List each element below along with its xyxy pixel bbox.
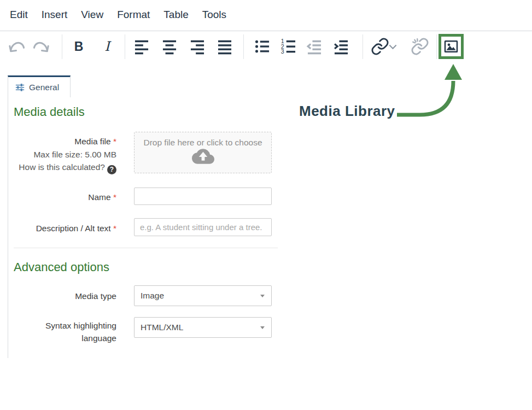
name-label: Name * <box>8 191 116 204</box>
required-marker: * <box>113 192 116 202</box>
menu-insert[interactable]: Insert <box>42 9 68 21</box>
align-justify-icon <box>215 37 234 56</box>
toolbar-separator <box>125 34 125 59</box>
menu-table[interactable]: Table <box>163 9 188 21</box>
select-caret-icon <box>260 295 265 297</box>
bold-icon: B <box>74 39 84 54</box>
undo-button[interactable] <box>7 36 27 57</box>
upload-cloud-icon <box>192 149 214 164</box>
indent-icon <box>332 37 350 56</box>
align-right-icon <box>188 37 207 56</box>
redo-button[interactable] <box>31 36 51 57</box>
menu-format[interactable]: Format <box>117 9 150 21</box>
media-file-label: Media file * <box>8 135 116 148</box>
tab-general[interactable]: General <box>8 75 71 97</box>
menu-edit[interactable]: Edit <box>10 9 28 21</box>
align-left-icon <box>132 37 151 56</box>
file-dropzone[interactable]: Drop file here or click to choose <box>134 132 272 173</box>
media-type-label: Media type <box>8 290 116 303</box>
svg-text:3: 3 <box>281 48 284 55</box>
link-menu-chevron[interactable] <box>389 44 397 50</box>
menu-toolbar-divider <box>0 31 532 31</box>
menu-tools[interactable]: Tools <box>202 9 226 21</box>
required-marker: * <box>113 224 116 233</box>
align-center-button[interactable] <box>159 36 180 57</box>
align-left-button[interactable] <box>131 36 152 57</box>
link-icon <box>371 37 389 56</box>
ordered-list-icon: 1 2 3 <box>279 37 298 56</box>
media-file-label-group: Media file * Max file size: 5.00 MB How … <box>8 135 116 174</box>
outdent-icon <box>305 37 324 56</box>
toolbar-separator <box>243 34 244 59</box>
tab-general-label: General <box>29 83 59 92</box>
align-justify-button[interactable] <box>214 36 235 57</box>
question-circle-icon: ? <box>107 165 116 174</box>
chevron-down-icon <box>389 44 397 50</box>
help-link[interactable]: How is this calculated?? <box>8 161 116 174</box>
menu-view[interactable]: View <box>81 9 103 21</box>
bullet-list-button[interactable] <box>252 36 273 57</box>
media-type-value: Image <box>141 291 164 301</box>
media-type-select[interactable]: Image <box>134 285 272 306</box>
name-input[interactable] <box>134 188 272 205</box>
menu-bar: Edit Insert View Format Table Tools <box>10 9 226 21</box>
italic-button[interactable]: I <box>97 36 118 57</box>
syntax-language-select[interactable]: HTML/XML <box>134 317 272 338</box>
bold-button[interactable]: B <box>68 36 89 57</box>
align-center-icon <box>160 37 179 56</box>
section-divider <box>14 248 278 248</box>
italic-icon: I <box>104 39 109 54</box>
dropzone-text: Drop file here or click to choose <box>135 138 271 148</box>
syntax-language-label: Syntax highlighting language <box>24 319 116 344</box>
image-icon <box>443 38 459 55</box>
select-caret-icon <box>260 326 265 329</box>
max-file-size-note: Max file size: 5.00 MB <box>8 148 116 161</box>
description-input[interactable] <box>134 218 272 236</box>
media-library-annotation: Media Library <box>299 103 395 120</box>
syntax-language-value: HTML/XML <box>141 323 183 332</box>
redo-icon <box>31 37 51 56</box>
align-right-button[interactable] <box>187 36 208 57</box>
section-title-media-details: Media details <box>14 105 85 119</box>
section-title-advanced-options: Advanced options <box>14 260 109 274</box>
description-label: Description / Alt text * <box>8 222 116 235</box>
required-marker: * <box>113 137 116 146</box>
unlink-icon <box>411 37 429 56</box>
toolbar-separator <box>62 34 62 59</box>
sliders-icon <box>15 83 25 92</box>
undo-icon <box>7 37 27 56</box>
unordered-list-icon <box>253 37 272 56</box>
